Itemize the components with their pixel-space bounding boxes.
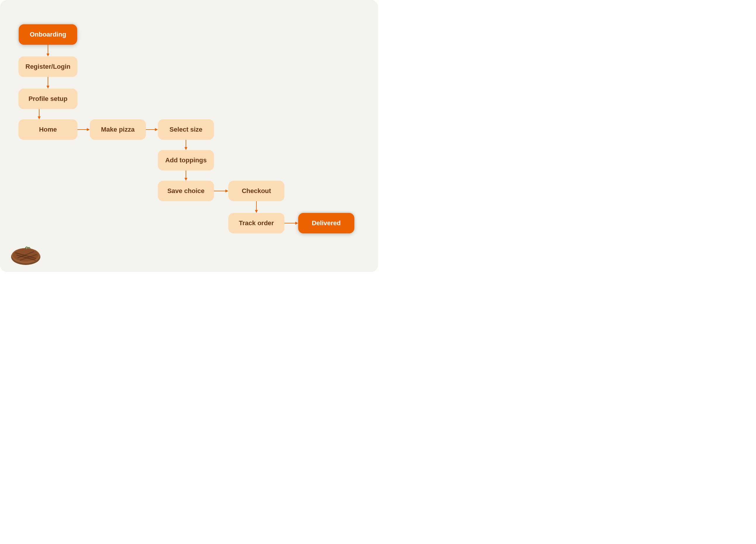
svg-marker-5: [38, 116, 41, 119]
svg-marker-17: [255, 210, 258, 213]
node-select-size[interactable]: Select size: [158, 119, 214, 140]
node-register-login[interactable]: Register/Login: [18, 56, 77, 77]
arrow-savechoice-checkout: [214, 189, 228, 193]
node-label: Checkout: [242, 187, 271, 195]
svg-marker-1: [46, 53, 49, 56]
node-label: Register/Login: [25, 63, 70, 70]
node-label: Home: [39, 126, 57, 133]
svg-marker-19: [295, 222, 298, 224]
svg-marker-13: [184, 178, 187, 181]
node-home[interactable]: Home: [18, 119, 77, 140]
node-checkout[interactable]: Checkout: [228, 181, 284, 201]
svg-marker-11: [184, 147, 187, 150]
node-make-pizza[interactable]: Make pizza: [90, 119, 146, 140]
svg-marker-7: [87, 128, 90, 131]
svg-point-27: [26, 248, 27, 249]
node-add-toppings[interactable]: Add toppings: [158, 150, 214, 170]
svg-marker-3: [46, 86, 49, 89]
node-onboarding[interactable]: Onboarding: [19, 24, 77, 45]
svg-marker-9: [155, 128, 158, 131]
node-label: Make pizza: [101, 126, 135, 133]
svg-marker-15: [225, 189, 228, 192]
arrow-register-profile: [46, 77, 50, 89]
arrow-onboarding-register: [46, 45, 50, 56]
node-label: Onboarding: [30, 31, 66, 38]
node-label: Track order: [239, 219, 274, 227]
node-label: Add toppings: [165, 156, 207, 164]
node-label: Save choice: [167, 187, 204, 195]
steak-image: [9, 243, 44, 266]
node-label: Select size: [170, 126, 203, 133]
node-track-order[interactable]: Track order: [228, 213, 284, 233]
arrow-makepizza-selectsize: [146, 128, 158, 131]
arrow-profile-home: [37, 109, 41, 119]
flowchart-canvas: Onboarding Register/Login Profile setup …: [0, 0, 378, 272]
arrow-home-makepizza: [77, 128, 90, 131]
node-delivered[interactable]: Delivered: [298, 213, 354, 233]
node-profile-setup[interactable]: Profile setup: [18, 89, 77, 109]
node-label: Delivered: [312, 219, 341, 227]
node-save-choice[interactable]: Save choice: [158, 181, 214, 201]
node-label: Profile setup: [28, 95, 67, 103]
arrow-checkout-trackorder: [255, 201, 258, 213]
arrow-trackorder-delivered: [284, 221, 298, 225]
arrow-addtoppings-savechoice: [184, 170, 188, 181]
arrow-selectsize-addtoppings: [184, 140, 188, 150]
